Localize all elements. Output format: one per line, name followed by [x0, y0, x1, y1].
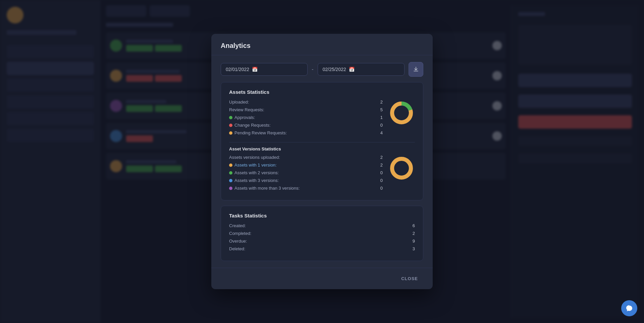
- 1version-dot: [229, 164, 232, 167]
- modal-body: 02/01/2022 📅 - 02/25/2022 📅 Assets Stati…: [211, 55, 433, 268]
- stat-tasks-overdue-value: 9: [413, 239, 415, 244]
- stat-3plus-versions: Assets with more than 3 versions: 0: [229, 186, 383, 191]
- stat-tasks-deleted-label: Deleted:: [229, 246, 245, 251]
- calendar-from-icon: 📅: [252, 67, 258, 72]
- modal-footer: CLOSE: [211, 268, 433, 289]
- versions-donut-chart: [388, 155, 415, 182]
- tasks-statistics-section: Tasks Statistics Created: 6 Completed: 2…: [221, 206, 423, 261]
- stat-pending-review: Pending Review Requests: 4: [229, 130, 383, 135]
- stat-review-value: 5: [380, 107, 383, 112]
- stat-3plus-value: 0: [380, 186, 383, 191]
- date-to-value: 02/25/2022: [323, 67, 346, 72]
- modal-header: Analytics: [211, 34, 433, 55]
- stat-1version-value: 2: [380, 163, 383, 168]
- analytics-modal: Analytics 02/01/2022 📅 - 02/25/2022 📅: [211, 34, 433, 289]
- stat-tasks-completed-label: Completed:: [229, 231, 251, 236]
- stat-tasks-deleted-value: 3: [413, 246, 415, 251]
- stat-review-requests: Review Requests: 5: [229, 107, 383, 112]
- pending-dot: [229, 131, 232, 135]
- stat-tasks-overdue-label: Overdue:: [229, 239, 247, 244]
- svg-point-3: [392, 159, 411, 178]
- 1version-link[interactable]: Assets with 1 version:: [234, 163, 277, 168]
- stat-3plus-label: Assets with more than 3 versions:: [229, 186, 300, 191]
- date-from-input[interactable]: 02/01/2022 📅: [221, 63, 308, 76]
- stat-tasks-completed: Completed: 2: [229, 231, 415, 236]
- stat-tasks-deleted: Deleted: 3: [229, 246, 415, 251]
- 3plus-dot: [229, 187, 232, 190]
- assets-stats-title: Assets Statistics: [229, 89, 415, 95]
- stat-approvals-label: Approvals:: [229, 115, 255, 120]
- assets-stats-content: Uploaded: 2 Review Requests: 5 A: [229, 100, 415, 138]
- stat-versions-uploaded-label: Assets versions uploaded:: [229, 155, 280, 160]
- tasks-stats-title: Tasks Statistics: [229, 213, 415, 218]
- stat-change-label: Change Requests:: [229, 123, 271, 128]
- stat-uploaded: Uploaded: 2: [229, 100, 383, 105]
- stat-change-value: 0: [380, 123, 383, 128]
- modal-title: Analytics: [221, 42, 251, 49]
- stat-uploaded-value: 2: [380, 100, 383, 105]
- stat-tasks-created-value: 6: [413, 223, 415, 228]
- stat-pending-label: Pending Review Requests:: [229, 130, 287, 135]
- stat-1version: Assets with 1 version: 2: [229, 163, 383, 168]
- stat-3versions-value: 0: [380, 178, 383, 183]
- stat-approvals-value: 1: [380, 115, 383, 120]
- stat-2versions-value: 0: [380, 170, 383, 175]
- stat-2versions-label: Assets with 2 versions:: [229, 170, 279, 175]
- stat-versions-uploaded: Assets versions uploaded: 2: [229, 155, 383, 160]
- stat-approvals: Approvals: 1: [229, 115, 383, 120]
- chat-bubble-button[interactable]: [621, 300, 637, 316]
- stat-change-requests: Change Requests: 0: [229, 123, 383, 128]
- close-button[interactable]: CLOSE: [396, 273, 423, 284]
- stat-tasks-completed-value: 2: [413, 231, 415, 236]
- assets-stats-rows: Uploaded: 2 Review Requests: 5 A: [229, 100, 383, 138]
- stat-uploaded-label: Uploaded:: [229, 100, 249, 105]
- stat-3versions: Assets with 3 versions: 0: [229, 178, 383, 183]
- stat-tasks-created: Created: 6: [229, 223, 415, 228]
- assets-donut-chart: [388, 100, 415, 126]
- stat-2versions: Assets with 2 versions: 0: [229, 170, 383, 175]
- assets-statistics-section: Assets Statistics Uploaded: 2 Review Req…: [221, 82, 423, 200]
- stat-1version-label: Assets with 1 version:: [229, 163, 277, 168]
- export-button[interactable]: [409, 62, 423, 77]
- calendar-to-icon: 📅: [349, 67, 355, 72]
- date-range-row: 02/01/2022 📅 - 02/25/2022 📅: [221, 62, 423, 77]
- stat-review-label: Review Requests:: [229, 107, 264, 112]
- date-to-input[interactable]: 02/25/2022 📅: [318, 63, 405, 76]
- approvals-dot: [229, 116, 232, 119]
- versions-stats-rows: Assets versions uploaded: 2 Assets with …: [229, 155, 383, 193]
- date-from-value: 02/01/2022: [226, 67, 249, 72]
- stat-tasks-overdue: Overdue: 9: [229, 239, 415, 244]
- stat-versions-uploaded-value: 2: [380, 155, 383, 160]
- modal-backdrop: Analytics 02/01/2022 📅 - 02/25/2022 📅: [0, 0, 644, 323]
- date-separator: -: [312, 66, 313, 72]
- versions-stats-content: Assets versions uploaded: 2 Assets with …: [229, 155, 415, 193]
- versions-subtitle: Asset Versions Statistics: [229, 146, 415, 151]
- stat-pending-value: 4: [380, 130, 383, 135]
- change-requests-dot: [229, 124, 232, 127]
- stat-tasks-created-label: Created:: [229, 223, 246, 228]
- 2versions-dot: [229, 171, 232, 175]
- stats-divider: [229, 142, 415, 142]
- 3versions-dot: [229, 179, 232, 182]
- stat-3versions-label: Assets with 3 versions:: [229, 178, 279, 183]
